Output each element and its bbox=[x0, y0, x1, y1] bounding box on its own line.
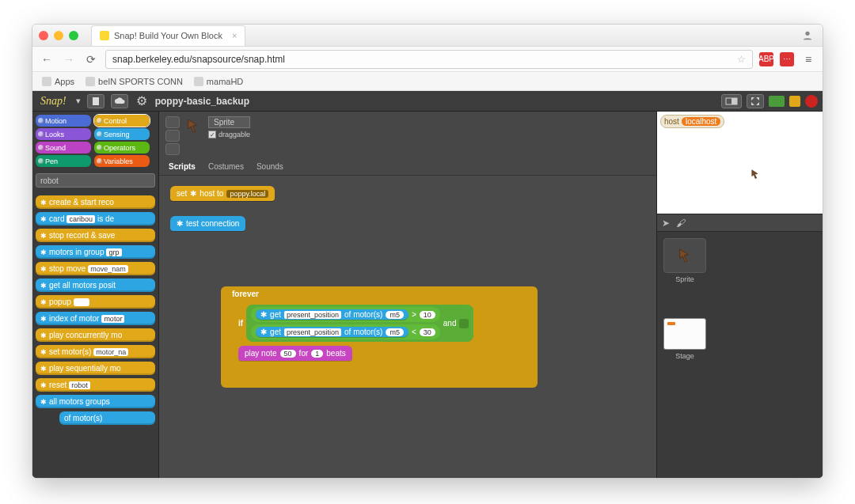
rot-flip-button[interactable] bbox=[165, 130, 180, 142]
paint-sprite-icon[interactable]: ➤ bbox=[662, 218, 670, 229]
center-panel: Sprite ✓ draggable Scripts Costumes Soun… bbox=[159, 112, 656, 478]
cat-variables[interactable]: Variables bbox=[94, 155, 150, 167]
bookmark-icon bbox=[86, 77, 95, 86]
cat-control[interactable]: Control bbox=[94, 115, 150, 127]
pause-button[interactable] bbox=[789, 96, 800, 107]
sprite-on-stage-icon[interactable] bbox=[750, 169, 760, 180]
gear-icon[interactable]: ⚙ bbox=[135, 94, 149, 108]
rot-none-button[interactable] bbox=[165, 143, 180, 155]
block-set-motor[interactable]: ✱set motor(s)motor_na bbox=[36, 345, 155, 358]
rotation-style bbox=[165, 116, 180, 155]
bookmark-icon bbox=[194, 77, 203, 86]
forever-block[interactable]: forever if ✱getpresent_positionof motor(… bbox=[221, 286, 538, 388]
reload-button[interactable]: ⟳ bbox=[83, 53, 99, 66]
titlebar: Snap! Build Your Own Block × bbox=[32, 25, 823, 47]
scripting-area[interactable]: set✱host topoppy.local ✱test connection … bbox=[159, 176, 656, 478]
minimize-icon[interactable] bbox=[54, 31, 63, 40]
empty-slot[interactable] bbox=[459, 319, 469, 328]
traffic-lights bbox=[39, 31, 78, 40]
snap-app: Snap! ▾ ⚙ poppy-basic_backup Motion Cont… bbox=[32, 91, 823, 478]
bein-bookmark[interactable]: beIN SPORTS CONN bbox=[86, 77, 183, 86]
block-reset[interactable]: ✱resetrobot bbox=[36, 378, 155, 392]
sprite-thumbnail-icon bbox=[186, 116, 202, 135]
green-flag-button[interactable] bbox=[769, 96, 785, 107]
url-bar[interactable]: snap.berkeley.edu/snapsource/snap.html☆ bbox=[105, 50, 753, 69]
rot-360-button[interactable] bbox=[165, 116, 180, 128]
sprite-icon bbox=[678, 247, 692, 264]
svg-marker-5 bbox=[752, 170, 758, 179]
star-icon[interactable]: ☆ bbox=[737, 54, 746, 65]
app-body: Motion Control Looks Sensing Sound Opera… bbox=[32, 112, 823, 478]
tab-sounds[interactable]: Sounds bbox=[255, 160, 285, 175]
block-of-motor[interactable]: of motor(s) bbox=[59, 411, 155, 425]
browser-tab[interactable]: Snap! Build Your Own Block × bbox=[91, 25, 245, 46]
tab-costumes[interactable]: Costumes bbox=[207, 160, 245, 175]
cond-lt[interactable]: ✱getpresent_positionof motor(s)m5 <30 bbox=[251, 324, 440, 339]
cat-pen[interactable]: Pen bbox=[36, 155, 91, 167]
block-all-motors-groups[interactable]: ✱all motors groups bbox=[36, 395, 155, 408]
url-text: snap.berkeley.edu/snapsource/snap.html bbox=[112, 54, 285, 65]
stage-thumbnail[interactable]: Stage bbox=[663, 318, 706, 360]
block-set-host[interactable]: set✱host topoppy.local bbox=[170, 185, 275, 201]
tab-title: Snap! Build Your Own Block bbox=[114, 31, 222, 40]
editor-tabs: Scripts Costumes Sounds bbox=[159, 160, 656, 176]
apps-bookmark[interactable]: Apps bbox=[42, 77, 74, 86]
close-icon[interactable] bbox=[39, 31, 48, 40]
svg-rect-3 bbox=[732, 98, 737, 104]
close-tab-icon[interactable]: × bbox=[232, 31, 237, 40]
mama-bookmark[interactable]: mamaHD bbox=[194, 77, 243, 86]
cat-motion[interactable]: Motion bbox=[36, 115, 91, 127]
block-stop-record[interactable]: ✱stop record & save bbox=[36, 229, 155, 242]
menu-icon[interactable]: ≡ bbox=[800, 53, 816, 66]
chevron-down-icon[interactable]: ▾ bbox=[76, 96, 81, 106]
sprite-thumbnail[interactable]: Sprite bbox=[663, 238, 706, 283]
sprite-name-input[interactable]: Sprite bbox=[208, 116, 250, 128]
stage[interactable]: hostlocalhost bbox=[657, 112, 823, 214]
cat-operators[interactable]: Operators bbox=[94, 142, 150, 153]
and-block[interactable]: ✱getpresent_positionof motor(s)m5 >10 ✱g… bbox=[246, 305, 473, 342]
snap-logo[interactable]: Snap! bbox=[37, 95, 70, 108]
bookmarks-bar: Apps beIN SPORTS CONN mamaHD bbox=[32, 72, 823, 91]
block-get-all-motors[interactable]: ✱get all motors posit bbox=[36, 279, 155, 292]
stage-panel: hostlocalhost ➤ 🖌 Sprite Stage bbox=[656, 112, 823, 478]
extension-icon[interactable]: ⋯ bbox=[780, 52, 794, 66]
zoom-icon[interactable] bbox=[69, 31, 78, 40]
svg-point-0 bbox=[805, 31, 809, 35]
new-sprite-icon[interactable]: 🖌 bbox=[676, 218, 686, 229]
draggable-checkbox[interactable]: ✓ draggable bbox=[208, 131, 250, 138]
back-button[interactable]: ← bbox=[39, 53, 55, 66]
block-motors-group[interactable]: ✱motors in groupgrp bbox=[36, 245, 155, 259]
block-palette: Motion Control Looks Sensing Sound Opera… bbox=[32, 112, 159, 478]
cond-gt[interactable]: ✱getpresent_positionof motor(s)m5 >10 bbox=[251, 307, 440, 322]
block-index-motor[interactable]: ✱index of motormotor bbox=[36, 312, 155, 325]
forward-button[interactable]: → bbox=[61, 53, 77, 66]
fullscreen-button[interactable] bbox=[747, 94, 764, 108]
palette-block-list: ✱create & start reco ✱cardcaribouis de ✱… bbox=[32, 191, 158, 478]
svg-marker-4 bbox=[188, 119, 197, 132]
user-icon[interactable] bbox=[799, 27, 816, 44]
if-block[interactable]: if ✱getpresent_positionof motor(s)m5 >10 bbox=[238, 305, 531, 342]
cat-looks[interactable]: Looks bbox=[36, 128, 91, 140]
block-play-concurrently[interactable]: ✱play concurrently mo bbox=[36, 328, 155, 342]
stage-label: Stage bbox=[663, 352, 706, 360]
play-note-block[interactable]: play note50for1beats bbox=[238, 345, 531, 361]
cat-sound[interactable]: Sound bbox=[36, 142, 91, 153]
block-create-record[interactable]: ✱create & start reco bbox=[36, 195, 155, 209]
block-stop-move[interactable]: ✱stop movemove_nam bbox=[36, 262, 155, 275]
browser-window: Snap! Build Your Own Block × ← → ⟳ snap.… bbox=[32, 24, 823, 479]
small-stage-button[interactable] bbox=[721, 94, 742, 108]
search-input[interactable]: robot bbox=[36, 173, 155, 188]
tab-scripts[interactable]: Scripts bbox=[167, 160, 197, 175]
corral-toolbar: ➤ 🖌 bbox=[657, 214, 823, 232]
cat-sensing[interactable]: Sensing bbox=[94, 128, 150, 140]
stop-button[interactable] bbox=[805, 95, 818, 108]
host-watcher[interactable]: hostlocalhost bbox=[660, 115, 724, 128]
cloud-button[interactable] bbox=[111, 94, 128, 108]
block-test-connection[interactable]: ✱test connection bbox=[170, 215, 245, 231]
block-play-sequentially[interactable]: ✱play sequentially mo bbox=[36, 362, 155, 375]
block-popup[interactable]: ✱popup bbox=[36, 295, 155, 309]
svg-rect-1 bbox=[93, 97, 99, 105]
block-card[interactable]: ✱cardcaribouis de bbox=[36, 212, 155, 225]
file-button[interactable] bbox=[87, 94, 104, 108]
adblock-icon[interactable]: ABP bbox=[759, 52, 773, 66]
